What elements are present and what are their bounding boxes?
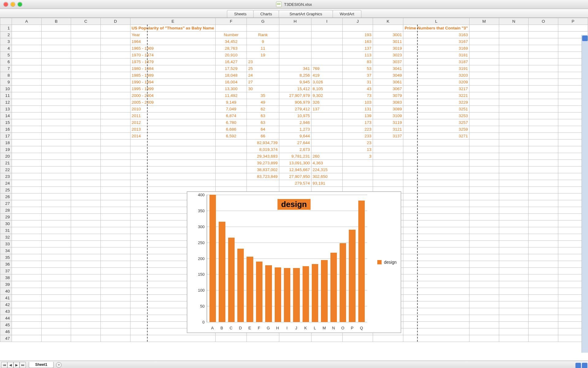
cell[interactable] [71, 38, 101, 45]
cell[interactable]: 63 [247, 119, 279, 126]
cell[interactable] [469, 220, 499, 227]
cell[interactable]: 103 [343, 99, 373, 106]
cell[interactable] [469, 140, 499, 146]
cell[interactable] [529, 153, 558, 160]
cell[interactable] [12, 32, 41, 38]
row-header[interactable]: 40 [0, 288, 12, 295]
cell[interactable]: 233 [343, 133, 373, 140]
cell[interactable] [12, 25, 41, 32]
cell[interactable] [499, 227, 529, 234]
cell[interactable] [403, 301, 469, 308]
cell[interactable] [469, 254, 499, 261]
cell[interactable] [41, 133, 71, 140]
cell[interactable]: 23 [247, 59, 279, 65]
cell[interactable]: 27,907,979 [279, 92, 311, 99]
cell[interactable]: 3121 [373, 126, 403, 133]
cell[interactable] [100, 315, 130, 322]
cell[interactable] [12, 241, 41, 247]
row-header[interactable]: 7 [0, 65, 12, 72]
cell[interactable] [343, 335, 373, 342]
cell[interactable]: 73 [343, 92, 373, 99]
cell[interactable] [41, 140, 71, 146]
cell[interactable] [499, 79, 529, 86]
cell[interactable] [469, 173, 499, 180]
cell[interactable] [403, 173, 469, 180]
cell[interactable]: 137 [343, 45, 373, 52]
cell[interactable] [279, 335, 311, 342]
cell[interactable] [403, 194, 469, 200]
cell[interactable] [529, 140, 558, 146]
cell[interactable] [71, 52, 101, 59]
cell[interactable]: 193 [343, 32, 373, 38]
cell[interactable] [12, 200, 41, 207]
cell[interactable] [469, 180, 499, 187]
cell[interactable] [529, 281, 558, 288]
cell[interactable]: 3271 [403, 133, 469, 140]
cell[interactable]: 66 [247, 133, 279, 140]
cell[interactable]: 24 [247, 72, 279, 79]
cell[interactable] [403, 254, 469, 261]
cell[interactable]: 3041 [373, 65, 403, 72]
cell[interactable] [499, 335, 529, 342]
row-header[interactable]: 24 [0, 180, 12, 187]
cell[interactable] [71, 207, 101, 214]
cell[interactable]: 2014 [130, 133, 215, 140]
cell[interactable] [12, 214, 41, 220]
cell[interactable] [41, 227, 71, 234]
cell[interactable] [41, 200, 71, 207]
cell[interactable] [12, 180, 41, 187]
cell[interactable] [529, 194, 558, 200]
cell[interactable] [71, 65, 101, 72]
cell[interactable]: 1985 - 1989 [130, 72, 215, 79]
cell[interactable] [100, 295, 130, 301]
cell[interactable] [71, 194, 101, 200]
cell[interactable] [71, 113, 101, 119]
sheet-nav-next-icon[interactable]: ▶ [13, 362, 20, 368]
cell[interactable] [41, 126, 71, 133]
cell[interactable] [403, 200, 469, 207]
cell[interactable] [71, 32, 101, 38]
row-header[interactable]: 42 [0, 301, 12, 308]
cell[interactable]: 6,874 [216, 113, 247, 119]
cell[interactable] [311, 140, 342, 146]
cell[interactable]: 341 [279, 65, 311, 72]
cell[interactable]: 3217 [403, 86, 469, 92]
row-header[interactable]: 35 [0, 254, 12, 261]
cell[interactable] [529, 254, 558, 261]
cell[interactable]: 13,300 [216, 86, 247, 92]
cell[interactable]: 64 [247, 126, 279, 133]
section-title-primes[interactable]: Prime Numbers that Contain "3" [403, 25, 469, 32]
cell[interactable] [529, 99, 558, 106]
column-header[interactable]: H [279, 18, 311, 25]
cell[interactable] [529, 315, 558, 322]
cell[interactable] [71, 234, 101, 241]
column-header[interactable]: D [100, 18, 130, 25]
cell[interactable] [499, 187, 529, 194]
cell[interactable] [529, 38, 558, 45]
column-header[interactable]: M [469, 18, 499, 25]
cell[interactable]: 769 [311, 65, 342, 72]
cell[interactable]: 1975 - 1979 [130, 59, 215, 65]
cell[interactable] [499, 86, 529, 92]
cell[interactable] [100, 106, 130, 113]
cell[interactable] [71, 288, 101, 295]
cell[interactable] [403, 187, 469, 194]
cell[interactable] [100, 234, 130, 241]
cell[interactable]: 1965 - 1969 [130, 45, 215, 52]
minimize-window-button[interactable] [11, 2, 15, 6]
cell[interactable]: 17,529 [216, 65, 247, 72]
cell[interactable] [403, 153, 469, 160]
cell[interactable] [71, 106, 101, 113]
cell[interactable]: 2011 [130, 113, 215, 119]
cell[interactable]: 3203 [403, 72, 469, 79]
cell[interactable]: 6,686 [216, 126, 247, 133]
row-header[interactable]: 19 [0, 146, 12, 153]
cell[interactable] [499, 38, 529, 45]
column-header[interactable]: A [12, 18, 41, 25]
cell[interactable] [499, 52, 529, 59]
cell[interactable] [41, 187, 71, 194]
cell[interactable] [100, 268, 130, 274]
cell[interactable] [469, 113, 499, 119]
cell[interactable] [529, 328, 558, 335]
cell[interactable] [41, 167, 71, 173]
